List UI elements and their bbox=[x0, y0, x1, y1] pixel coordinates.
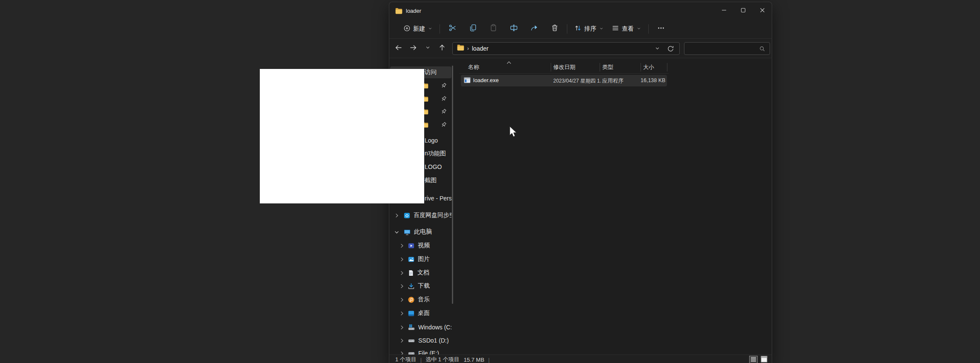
file-row[interactable]: loader.exe2023/04/27 星期四 1...应用程序16,138 … bbox=[461, 75, 667, 86]
folder-icon bbox=[457, 44, 464, 52]
more-button[interactable] bbox=[652, 22, 670, 36]
sidebar-item-drive-c[interactable]: Windows (C:) bbox=[390, 321, 451, 333]
sidebar-item-desktop[interactable]: 桌面 bbox=[390, 307, 451, 319]
pin-icon bbox=[440, 95, 447, 104]
address-bar: › loader bbox=[389, 39, 772, 58]
file-type: 应用程序 bbox=[602, 77, 624, 85]
chevron-right-icon[interactable] bbox=[399, 270, 405, 276]
sort-arrows-icon bbox=[574, 24, 582, 33]
column-header-modified[interactable]: 修改日期 bbox=[553, 62, 575, 73]
view-lines-icon bbox=[612, 24, 619, 33]
column-header-name[interactable]: 名称 bbox=[468, 62, 479, 73]
sidebar-item-documents[interactable]: 文档 bbox=[390, 267, 451, 279]
address-dropdown-button[interactable] bbox=[654, 45, 661, 53]
window-title: loader bbox=[406, 8, 421, 14]
new-button[interactable]: 新建 bbox=[399, 22, 437, 36]
mouse-cursor bbox=[509, 126, 518, 140]
chevron-right-icon[interactable] bbox=[399, 297, 405, 303]
sidebar-item-baidu-sync[interactable]: 百度网盘同步空间 bbox=[390, 209, 451, 221]
chevron-right-icon[interactable] bbox=[399, 337, 405, 344]
chevron-right-icon[interactable] bbox=[399, 310, 405, 317]
app-window-icon bbox=[464, 77, 471, 85]
column-divider[interactable] bbox=[551, 63, 551, 71]
sidebar-item-downloads[interactable]: 下载 bbox=[390, 280, 451, 292]
chevron-right-icon[interactable] bbox=[399, 324, 405, 331]
chevron-down-icon[interactable] bbox=[394, 229, 400, 235]
sidebar-item-label: LOGO bbox=[425, 163, 442, 170]
sidebar-item-this-pc[interactable]: 此电脑 bbox=[390, 226, 451, 238]
column-divider[interactable] bbox=[600, 63, 600, 71]
documents-icon bbox=[408, 269, 414, 277]
up-button[interactable] bbox=[435, 42, 449, 55]
chevron-right-icon[interactable] bbox=[399, 283, 405, 289]
refresh-button[interactable] bbox=[667, 45, 674, 54]
item-count: 1 个项目 bbox=[395, 356, 417, 363]
sidebar-item-label: 图片 bbox=[418, 255, 430, 263]
pin-icon bbox=[440, 108, 447, 117]
selected-size: 15.7 MB bbox=[464, 357, 484, 363]
file-list-pane: 名称 修改日期 类型 大小 loader.exe2023/04/27 星期四 1… bbox=[453, 58, 773, 356]
column-divider[interactable] bbox=[667, 63, 667, 71]
desktop: loader 新建 排序 bbox=[0, 0, 980, 363]
sort-button[interactable]: 排序 bbox=[570, 22, 608, 36]
pictures-icon bbox=[408, 256, 415, 263]
sidebar-item-drive-d[interactable]: SSDo1 (D:) bbox=[390, 334, 451, 346]
column-header-type[interactable]: 类型 bbox=[602, 62, 613, 73]
copy-button[interactable] bbox=[463, 22, 482, 36]
downloads-icon bbox=[408, 283, 415, 290]
chevron-right-icon[interactable] bbox=[399, 243, 405, 249]
pin-icon bbox=[440, 121, 447, 130]
details-view-icon bbox=[750, 357, 756, 363]
search-input[interactable] bbox=[688, 43, 758, 54]
baidu-netdisk-icon bbox=[403, 212, 411, 219]
column-header-size[interactable]: 大小 bbox=[643, 62, 654, 73]
search-icon bbox=[759, 46, 765, 54]
sidebar-item-label: 此电脑 bbox=[414, 228, 432, 236]
breadcrumb-separator: › bbox=[467, 46, 469, 51]
sidebar-item-videos[interactable]: 视频 bbox=[390, 240, 451, 252]
large-icons-view-toggle[interactable] bbox=[760, 356, 768, 363]
music-icon bbox=[408, 296, 415, 303]
sidebar-item-label: Windows (C:) bbox=[418, 324, 451, 331]
status-divider: | bbox=[420, 357, 422, 363]
toolbar-divider bbox=[567, 24, 567, 34]
large-icons-view-icon bbox=[761, 356, 767, 363]
drive-windows-icon bbox=[408, 324, 415, 331]
paste-button[interactable] bbox=[484, 22, 503, 36]
chevron-down-icon bbox=[428, 26, 433, 32]
sidebar-item-label: rive - Pers bbox=[425, 195, 451, 202]
view-button[interactable]: 查看 bbox=[608, 22, 645, 36]
chevron-right-icon[interactable] bbox=[399, 256, 405, 263]
sidebar-item-music[interactable]: 音乐 bbox=[390, 294, 451, 306]
sidebar-item-label: 视频 bbox=[418, 242, 430, 249]
sidebar-item-pictures[interactable]: 图片 bbox=[390, 253, 451, 265]
forward-button[interactable] bbox=[406, 42, 420, 55]
explorer-window: loader 新建 排序 bbox=[389, 2, 772, 363]
column-divider[interactable] bbox=[641, 63, 641, 71]
command-bar: 新建 排序 查看 bbox=[389, 19, 772, 39]
share-button[interactable] bbox=[525, 22, 543, 36]
sidebar-item-label: 音乐 bbox=[418, 296, 430, 303]
rename-button[interactable] bbox=[504, 22, 523, 36]
trash-icon bbox=[551, 24, 559, 34]
plus-circle-icon bbox=[403, 25, 411, 33]
sidebar-item-label: 截图 bbox=[425, 177, 437, 184]
breadcrumb[interactable]: › loader bbox=[452, 42, 680, 55]
white-overlay-window[interactable] bbox=[260, 69, 424, 203]
chevron-down-icon bbox=[599, 26, 604, 32]
back-button[interactable] bbox=[392, 42, 405, 55]
titlebar: loader bbox=[389, 2, 772, 19]
file-name: loader.exe bbox=[473, 77, 499, 83]
search-box[interactable] bbox=[684, 42, 770, 55]
sidebar-item-label: 桌面 bbox=[418, 309, 430, 317]
delete-button[interactable] bbox=[545, 22, 564, 36]
cut-button[interactable] bbox=[443, 22, 462, 36]
close-button[interactable] bbox=[753, 2, 772, 18]
maximize-button[interactable] bbox=[733, 2, 753, 18]
recent-locations-button[interactable] bbox=[421, 42, 434, 55]
chevron-right-icon[interactable] bbox=[394, 212, 400, 219]
videos-icon bbox=[408, 242, 415, 249]
selected-count: 选中 1 个项目 bbox=[425, 356, 459, 363]
minimize-button[interactable] bbox=[714, 2, 733, 18]
details-view-toggle[interactable] bbox=[749, 356, 758, 363]
